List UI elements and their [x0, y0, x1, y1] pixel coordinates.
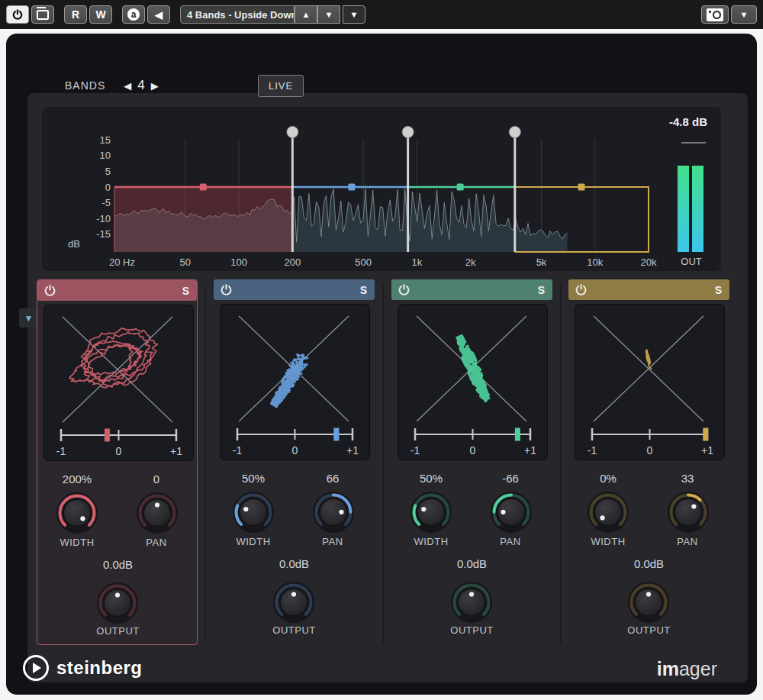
svg-text:-1: -1	[56, 445, 66, 457]
width-knob[interactable]	[584, 489, 632, 536]
ab-compare-button[interactable]: a	[122, 5, 145, 24]
svg-text:+1: +1	[524, 444, 536, 456]
copy-ab-button[interactable]: ◀	[147, 5, 170, 24]
band-solo-button[interactable]: S	[360, 284, 367, 296]
crossover-handle	[287, 127, 298, 138]
svg-text:0: 0	[647, 444, 653, 456]
svg-text:-1: -1	[410, 444, 420, 456]
collapse-bands-button[interactable]: ▼	[19, 308, 38, 327]
output-value: 0.0dB	[214, 557, 375, 573]
vectorscope-svg: -10+1	[221, 305, 369, 460]
prev-preset-icon: ▲︎	[302, 11, 311, 19]
bands-selector: BANDS ◀ 4 ▶	[65, 75, 163, 96]
band-power-icon[interactable]	[398, 283, 410, 296]
pan-label: PAN	[117, 537, 196, 549]
read-automation-button[interactable]: R	[64, 5, 87, 24]
svg-text:-15: -15	[96, 228, 111, 240]
output-label: OUTPUT	[214, 624, 375, 637]
band-gain-handle	[200, 184, 207, 191]
svg-text:10: 10	[100, 150, 111, 161]
svg-text:+1: +1	[701, 444, 713, 456]
output-knob[interactable]	[94, 579, 141, 627]
brand-name: steinberg	[56, 657, 143, 679]
pan-knob[interactable]	[134, 489, 181, 537]
pan-knob[interactable]	[488, 489, 535, 536]
svg-text:0: 0	[470, 444, 476, 456]
pan-label: PAN	[471, 536, 550, 548]
bypass-button[interactable]	[31, 5, 54, 24]
svg-text:OUT: OUT	[681, 256, 702, 267]
output-knob[interactable]	[448, 579, 495, 626]
bands-decrease-button[interactable]: ◀	[119, 80, 136, 92]
band-gain-handle	[578, 184, 585, 191]
band-column-2: S -10+1 50% 66 WIDTH PAN 0.0dB OUTPUT	[214, 279, 375, 645]
live-button[interactable]: LIVE	[258, 75, 304, 97]
pan-knob[interactable]	[665, 489, 712, 536]
host-toolbar: R W a ◀ 4 Bands - Upside Down ▲︎ ▼︎ ▼ ▼	[0, 0, 763, 29]
band-header[interactable]: S	[391, 279, 552, 300]
width-knob[interactable]	[230, 489, 277, 536]
correlation-marker	[105, 429, 110, 442]
crossover-handle	[509, 127, 520, 138]
output-knob[interactable]	[625, 579, 672, 626]
band-power-icon[interactable]	[575, 283, 588, 296]
output-knob[interactable]	[270, 579, 317, 626]
bands-label: BANDS	[65, 79, 105, 92]
steinberg-logo-icon	[23, 655, 49, 681]
spectrum-svg[interactable]: 151050-5-10-15dB20 Hz501002005001k2k5k10…	[42, 107, 721, 271]
scope-trace	[645, 350, 651, 369]
spectrum-display[interactable]: 151050-5-10-15dB20 Hz501002005001k2k5k10…	[42, 107, 721, 271]
out-meter-left	[678, 166, 689, 252]
bypass-icon	[37, 10, 49, 20]
svg-text:1k: 1k	[412, 256, 423, 268]
correlation-marker	[703, 428, 708, 441]
output-label: OUTPUT	[391, 624, 552, 637]
function-menu-button[interactable]: ▼	[731, 5, 757, 24]
snapshot-button[interactable]	[701, 5, 729, 24]
next-preset-icon: ▼︎	[325, 11, 333, 19]
previous-preset-button[interactable]: ▲︎	[295, 5, 317, 24]
plugin-power-button[interactable]	[6, 5, 29, 24]
preset-menu-button[interactable]: ▼	[343, 5, 365, 24]
svg-text:-1: -1	[233, 444, 243, 456]
svg-text:15: 15	[100, 134, 111, 146]
triangle-down-icon: ▼	[24, 313, 34, 324]
output-label: OUTPUT	[37, 625, 198, 637]
band-power-icon[interactable]	[43, 284, 56, 297]
output-label: OUTPUT	[568, 624, 729, 637]
width-knob[interactable]	[407, 489, 455, 536]
svg-text:200: 200	[284, 256, 301, 268]
band-header[interactable]: S	[214, 279, 375, 300]
pan-value: 0	[117, 473, 196, 488]
band-header[interactable]: S	[37, 280, 197, 301]
band-header[interactable]: S	[568, 279, 729, 300]
pan-value: 66	[293, 472, 372, 487]
scope-trace	[271, 354, 307, 407]
scope-trace	[69, 328, 157, 388]
pan-label: PAN	[293, 536, 372, 548]
output-value: 0.0dB	[391, 557, 552, 573]
band-power-icon[interactable]	[220, 283, 233, 296]
band-solo-button[interactable]: S	[538, 284, 545, 296]
svg-text:20 Hz: 20 Hz	[109, 256, 135, 268]
band-solo-button[interactable]: S	[182, 285, 189, 297]
svg-text:dB: dB	[68, 238, 80, 250]
pan-knob[interactable]	[310, 489, 357, 536]
next-preset-button[interactable]: ▼︎	[317, 5, 340, 24]
vectorscope-svg: -10+1	[398, 305, 547, 460]
column-divider	[205, 284, 206, 643]
crossover-handle	[402, 127, 414, 138]
a-setting-icon: a	[127, 8, 140, 21]
write-automation-button[interactable]: W	[89, 5, 112, 24]
svg-text:-1: -1	[588, 444, 597, 456]
out-meter-right	[692, 166, 703, 252]
width-knob[interactable]	[53, 489, 101, 537]
width-label: WIDTH	[391, 536, 471, 548]
band-solo-button[interactable]: S	[715, 284, 722, 296]
left-arrow-icon: ◀	[155, 9, 163, 21]
band-vectorscope: -10+1	[220, 304, 370, 460]
output-value: 0.0dB	[37, 558, 198, 573]
bands-increase-button[interactable]: ▶	[146, 80, 163, 92]
preset-selector[interactable]: 4 Bands - Upside Down	[180, 5, 295, 24]
svg-text:-5: -5	[101, 197, 111, 208]
